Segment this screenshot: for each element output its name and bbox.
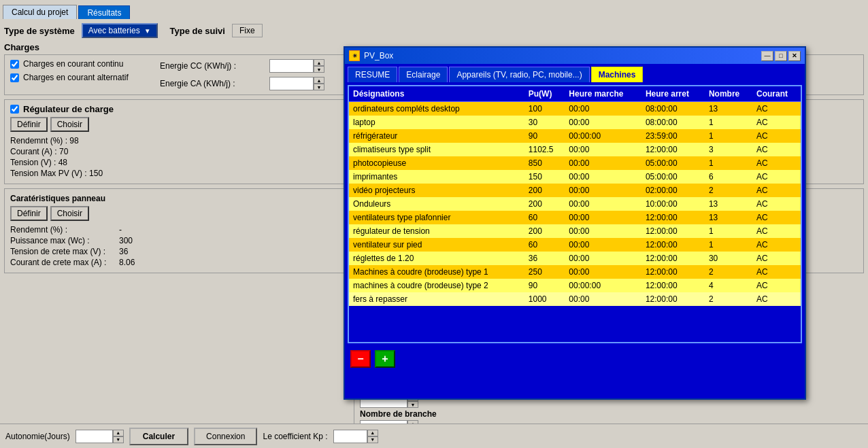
panneau-rendement-label: Rendemnt (%) : [10,225,119,235]
panneau-rendement-value: - [119,225,122,235]
regulateur-checkbox[interactable] [10,105,19,114]
panneau-puissance-label: Puissance max (Wc) : [10,236,119,245]
col-pu: Pu(W) [524,86,565,102]
tab-eclairage[interactable]: Eclairage [399,67,448,82]
energie-cc-label: Energie CC (KWh/j) : [160,61,265,71]
regulateur-choisir-btn[interactable]: Choisir [50,117,89,132]
autonomie-input[interactable]: 1,00 [76,430,113,443]
system-type-label: Type de système [4,26,75,36]
table-row[interactable]: photocopieuse85000:0005:00:001AC [349,156,801,170]
table-row[interactable]: climatiseurs type split1102.500:0012:00:… [349,143,801,156]
table-row[interactable]: régulateur de tension20000:0012:00:001AC [349,224,801,238]
tab-appareils[interactable]: Appareils (TV, radio, PC, mobile...) [449,67,589,82]
table-row[interactable]: fers à repasser100000:0012:00:002AC [349,292,801,306]
kp-up[interactable]: ▲ [367,430,378,436]
suivi-label: Type de suivi [170,26,225,36]
panneau-courant-crete-value: 8.06 [119,258,135,267]
col-courant: Courant [752,86,801,102]
table-row[interactable]: vidéo projecteurs20000:0002:00:002AC [349,184,801,197]
panneau-tension-crete-label: Tension de crete max (V) : [10,247,119,256]
energie-ca-label: Energie CA (KWh/j) : [160,79,265,88]
tab-resume[interactable]: RESUME [348,67,397,82]
energie-ca-input[interactable]: 141,18 [269,77,314,90]
table-row[interactable]: ventilateurs type plafonnier6000:0012:00… [349,211,801,224]
calculer-btn[interactable]: Calculer [129,428,188,445]
table-row[interactable]: Machines à coudre (brodeuse) type 125000… [349,265,801,279]
pvbox-titlebar: ☀ PV_Box — □ ✕ [345,48,805,64]
pvbox-title-icon: ☀ [349,50,360,61]
energie-cc-input[interactable]: 0,00 [269,59,314,73]
tab-resultats[interactable]: Résultats [78,5,130,20]
suivi-value-display: Fixe [232,24,263,37]
table-row[interactable]: ordinateurs compléts desktop10000:0008:0… [349,102,801,116]
pvbox-close-btn[interactable]: ✕ [788,51,801,61]
tab-calcul[interactable]: Calcul du projet [3,5,77,20]
panneau-serie-down[interactable]: ▼ [407,401,418,408]
connexion-btn[interactable]: Connexion [194,428,257,445]
pvbox-title-text: PV_Box [364,51,393,61]
charges-ca-checkbox[interactable] [10,73,19,82]
col-heure-marche: Heure marche [565,86,641,102]
autonomie-down[interactable]: ▼ [113,436,124,443]
pvbox-minimize-btn[interactable]: — [761,51,773,61]
col-heure-arret: Heure arret [641,86,705,102]
kp-down[interactable]: ▼ [367,436,378,443]
pvbox-minus-btn[interactable]: − [350,350,371,368]
autonomie-label: Autonomie(Jours) [5,432,70,441]
table-row[interactable]: Onduleurs20000:0010:00:0013AC [349,197,801,211]
pvbox-plus-btn[interactable]: + [375,350,395,368]
system-type-select[interactable]: Avec batteries ▼ [82,23,158,38]
kp-input[interactable]: 0,80 [333,430,367,443]
panneau-definir-btn[interactable]: Définir [10,206,48,221]
pvbox-window: ☀ PV_Box — □ ✕ RESUME Eclairage Appareil… [344,46,806,400]
tab-machines[interactable]: Machines [591,67,644,82]
regulateur-title: Régulateur de charge [23,104,114,114]
table-row[interactable]: réglettes de 1.203600:0012:00:0030AC [349,252,801,265]
energie-cc-down[interactable]: ▼ [314,66,324,73]
table-row[interactable]: machines à coudre (brodeuse) type 29000:… [349,279,801,292]
pvbox-maximize-btn[interactable]: □ [775,51,787,61]
energie-ca-up[interactable]: ▲ [314,77,324,84]
table-row[interactable]: imprimantes15000:0005:00:006AC [349,170,801,184]
panneau-puissance-value: 300 [119,236,133,245]
table-row[interactable]: ventilateur sur pied6000:0012:00:001AC [349,238,801,252]
panneau-title: Caratéristiques panneau [10,194,105,203]
energie-cc-up[interactable]: ▲ [314,59,324,66]
table-row[interactable]: réfrigérateur9000:00:0023:59:001AC [349,129,801,143]
charges-ca-label: Charges en courant alternatif [23,73,129,82]
col-nombre: Nombre [705,86,752,102]
select-arrow-icon: ▼ [144,27,151,35]
regulateur-definir-btn[interactable]: Définir [10,117,48,132]
col-designation: Désignations [349,86,524,102]
table-row[interactable]: laptop3000:0008:00:001AC [349,116,801,129]
autonomie-up[interactable]: ▲ [113,430,124,436]
panneau-tension-crete-value: 36 [119,247,128,256]
charges-cc-label: Charges en courant continu [23,59,123,69]
energie-ca-down[interactable]: ▼ [314,84,324,90]
panneau-courant-crete-label: Courant de crete max (A) : [10,258,119,267]
kp-label: Le coefficient Kp : [263,432,327,441]
charges-cc-checkbox[interactable] [10,60,19,69]
panneau-choisir-btn[interactable]: Choisir [50,206,89,221]
nombre-branche-label: Nombre de branche [360,409,495,419]
